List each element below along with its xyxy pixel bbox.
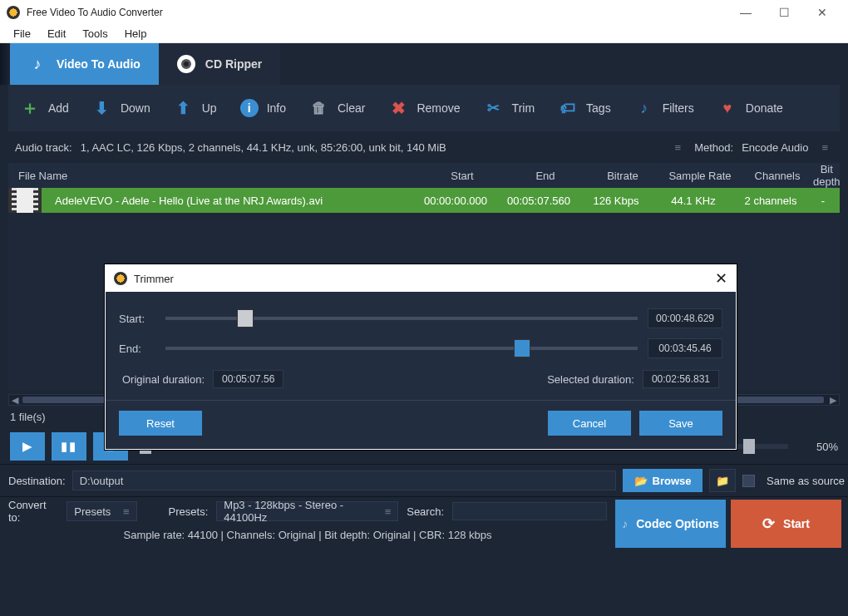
- cd-icon: [177, 55, 195, 73]
- bottom-row: Convert to: Presets≡ Presets: Mp3 - 128k…: [0, 497, 848, 550]
- menu-tools[interactable]: Tools: [74, 26, 116, 42]
- start-thumb[interactable]: [237, 309, 254, 328]
- cell-bitdepth: -: [806, 195, 840, 207]
- col-end[interactable]: End: [504, 170, 587, 182]
- end-slider[interactable]: [165, 347, 638, 350]
- cell-end: 00:05:07.560: [497, 195, 580, 207]
- info-button[interactable]: iInfo: [240, 99, 286, 117]
- same-source-label: Same as source: [767, 475, 845, 487]
- trim-button[interactable]: ✂Trim: [484, 98, 535, 118]
- hamburger-icon: ≡: [123, 505, 130, 518]
- hamburger-icon: ≡: [385, 505, 392, 518]
- tab-video-to-audio[interactable]: Video To Audio: [10, 43, 159, 85]
- destination-input[interactable]: [72, 471, 616, 490]
- end-label: End:: [119, 342, 155, 355]
- add-button[interactable]: ＋Add: [20, 98, 69, 118]
- filters-button[interactable]: ♪Filters: [634, 98, 694, 118]
- menu-edit[interactable]: Edit: [39, 26, 74, 42]
- end-value[interactable]: 00:03:45.46: [648, 338, 722, 358]
- arrow-down-icon: ⬇: [92, 98, 112, 118]
- scissors-icon: ✂: [484, 98, 504, 118]
- original-duration-label: Original duration:: [122, 373, 205, 386]
- method-value[interactable]: Encode Audio: [742, 141, 808, 154]
- selected-duration-label: Selected duration:: [547, 373, 634, 386]
- gear-icon: ♪: [622, 517, 628, 530]
- presets-select[interactable]: Mp3 - 128kbps - Stereo - 44100Hz≡: [216, 501, 398, 521]
- start-value[interactable]: 00:00:48.629: [648, 308, 722, 328]
- arrow-up-icon: ⬆: [174, 98, 194, 118]
- trash-icon: 🗑: [309, 98, 329, 118]
- cell-bitrate: 126 Kbps: [580, 195, 652, 207]
- film-icon: [8, 188, 42, 213]
- remove-button[interactable]: ✖Remove: [388, 98, 460, 118]
- close-button[interactable]: ✕: [803, 0, 841, 25]
- audio-track-row: Audio track: 1, AAC LC, 126 Kbps, 2 chan…: [0, 131, 848, 163]
- info-icon: i: [240, 99, 259, 117]
- clear-button[interactable]: 🗑Clear: [309, 98, 365, 118]
- app-icon: [114, 272, 127, 285]
- audio-track-value[interactable]: 1, AAC LC, 126 Kbps, 2 channels, 44.1 KH…: [81, 141, 446, 154]
- convert-to-select[interactable]: Presets≡: [67, 501, 136, 521]
- plus-icon: ＋: [20, 98, 40, 118]
- scroll-right-icon[interactable]: ▶: [827, 395, 839, 405]
- folder-open-icon: 📂: [634, 475, 648, 487]
- pause-button[interactable]: ▮▮: [52, 432, 86, 461]
- col-sample[interactable]: Sample Rate: [658, 170, 742, 182]
- scroll-left-icon[interactable]: ◀: [9, 395, 21, 405]
- destination-row: Destination: 📂Browse 📁 Same as source: [0, 465, 848, 496]
- up-button[interactable]: ⬆Up: [174, 98, 217, 118]
- note-icon: ♪: [634, 98, 654, 118]
- titlebar: Free Video To Audio Converter — ☐ ✕: [0, 0, 848, 25]
- start-slider[interactable]: [165, 317, 638, 320]
- menu-file[interactable]: File: [5, 26, 39, 42]
- start-button[interactable]: ⟳Start: [731, 500, 841, 548]
- trimmer-dialog: Trimmer ✕ Start: 00:00:48.629 End: 00:03…: [105, 264, 737, 450]
- hamburger-icon[interactable]: ≡: [816, 141, 833, 154]
- maximize-button[interactable]: ☐: [765, 0, 803, 25]
- method-label: Method:: [694, 141, 733, 154]
- reset-button[interactable]: Reset: [119, 411, 202, 436]
- hamburger-icon[interactable]: ≡: [670, 141, 687, 154]
- x-icon: ✖: [388, 98, 408, 118]
- play-button[interactable]: ▶: [10, 432, 45, 461]
- app-icon: [7, 6, 20, 19]
- convert-to-label: Convert to:: [8, 499, 58, 524]
- start-label: Start:: [119, 313, 155, 325]
- refresh-icon: ⟳: [762, 515, 775, 533]
- selected-duration-value: 00:02:56.831: [643, 370, 719, 388]
- cancel-button[interactable]: Cancel: [548, 411, 631, 436]
- col-start[interactable]: Start: [421, 170, 504, 182]
- tags-button[interactable]: 🏷Tags: [558, 98, 611, 118]
- close-icon[interactable]: ✕: [715, 269, 727, 288]
- volume-thumb[interactable]: [743, 439, 755, 454]
- tab-cd-ripper[interactable]: CD Ripper: [159, 43, 280, 85]
- col-channels[interactable]: Channels: [742, 170, 813, 182]
- table-row[interactable]: AdeleVEVO - Adele - Hello (Live at the N…: [8, 188, 840, 213]
- open-folder-button[interactable]: 📁: [709, 469, 736, 492]
- audio-track-label: Audio track:: [15, 141, 72, 154]
- conversion-info: Sample rate: 44100 | Channels: Original …: [0, 525, 615, 541]
- menu-help[interactable]: Help: [116, 26, 155, 42]
- columns-header: File Name Start End Bitrate Sample Rate …: [8, 163, 840, 188]
- browse-button[interactable]: 📂Browse: [623, 469, 703, 492]
- original-duration-value: 00:05:07.56: [213, 370, 283, 388]
- col-bitrate[interactable]: Bitrate: [587, 170, 658, 182]
- presets-label: Presets:: [169, 505, 209, 518]
- destination-label: Destination:: [8, 475, 66, 487]
- col-file[interactable]: File Name: [15, 170, 421, 182]
- same-source-checkbox[interactable]: [742, 475, 755, 487]
- search-input[interactable]: [452, 502, 607, 520]
- volume-label: 50%: [801, 441, 838, 453]
- codec-options-button[interactable]: ♪Codec Options: [615, 500, 726, 548]
- trimmer-title: Trimmer: [134, 273, 174, 285]
- col-bitdepth[interactable]: Bit depth: [813, 163, 841, 188]
- down-button[interactable]: ⬇Down: [92, 98, 150, 118]
- music-note-icon: [28, 55, 47, 73]
- tag-icon: 🏷: [558, 98, 578, 118]
- donate-button[interactable]: ♥Donate: [717, 98, 783, 118]
- minimize-button[interactable]: —: [727, 0, 765, 25]
- folder-icon: 📁: [716, 475, 729, 487]
- end-thumb[interactable]: [514, 339, 530, 357]
- window-title: Free Video To Audio Converter: [27, 7, 727, 18]
- save-button[interactable]: Save: [639, 411, 722, 436]
